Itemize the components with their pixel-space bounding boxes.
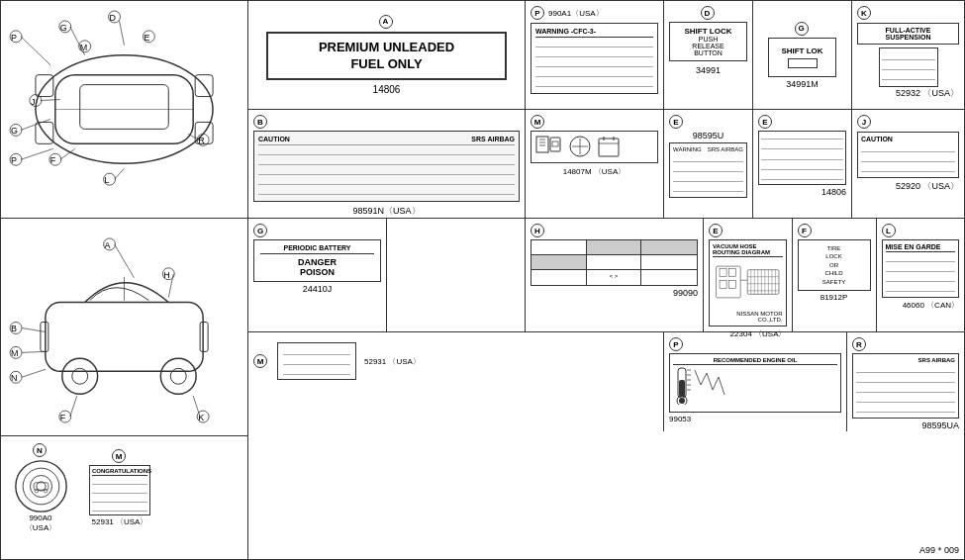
cell-h: H < > 99090 — [526, 219, 704, 331]
svg-rect-45 — [41, 323, 48, 352]
d-number: 34991 — [696, 65, 721, 75]
cell-g2: G PERIODIC BATTERY DANGER POISON 24410J — [248, 219, 387, 331]
badge-p2: P — [669, 337, 683, 351]
e1-number: 98595U — [669, 131, 747, 140]
r-number: 98595UA — [852, 420, 959, 430]
cell-f: F TIRE LOCK OR CHILD SAFETY 81912P — [793, 219, 877, 331]
cell-g1: G SHIFT LOK 34991M — [753, 1, 852, 109]
row4-filler: M 52931 〈USA〉 — [248, 332, 664, 431]
badge-n: N — [33, 443, 47, 457]
premium-unleaded-label: PREMIUM UNLEADED FUEL ONLY — [266, 32, 506, 81]
f-text3: OR — [802, 261, 867, 269]
m2-num: 52931 〈USA〉 — [364, 356, 421, 367]
svg-rect-107 — [679, 380, 685, 397]
warning-cfc-label: WARNING -CFC-3- — [531, 23, 658, 94]
j-caution-label: CAUTION — [857, 132, 959, 178]
row1: A PREMIUM UNLEADED FUEL ONLY 14806 P 990… — [248, 1, 964, 110]
svg-rect-79 — [550, 138, 560, 151]
g2-battery-label: PERIODIC BATTERY DANGER POISON — [253, 239, 381, 282]
badge-m2: M — [112, 449, 126, 463]
f-text4: CHILD — [802, 269, 867, 277]
car-bottom-svg: H A B M N F K — [6, 224, 242, 430]
svg-line-61 — [115, 244, 135, 278]
g2-poison: POISON — [260, 267, 374, 277]
svg-point-41 — [62, 358, 98, 394]
svg-line-66 — [193, 396, 200, 417]
badge-g: G — [795, 22, 809, 36]
svg-point-69 — [23, 468, 59, 505]
e1-srs: SRS AIRBAG — [708, 146, 743, 152]
cell-p1: P 990A1〈USA〉 WARNING -CFC-3- — [526, 1, 664, 109]
badge-e3: E — [709, 224, 723, 237]
badge-m3: M — [253, 354, 267, 368]
l-label: MISE EN GARDE — [882, 239, 960, 298]
m2-sticker — [277, 342, 356, 380]
a-title: PREMIUM UNLEADED — [288, 40, 484, 56]
badge-r: R — [852, 337, 866, 351]
f-text2: LOCK — [802, 252, 867, 260]
badge-l: L — [882, 224, 896, 237]
m-congratulations: CONGRATULATIONS — [89, 465, 150, 515]
j-number: 52920 〈USA〉 — [857, 180, 959, 193]
cell-d: D SHIFT LOCK PUSH RELEASE BUTTON 34991 — [664, 1, 753, 109]
cell-e-vacuum: E VACUUM HOSE ROUTING DIAGRAM — [704, 219, 793, 331]
e1-warning: WARNING — [673, 146, 702, 152]
car-diagram-top: P G D M E J G P — [1, 1, 247, 219]
vacuum-svg — [713, 257, 783, 307]
p2-text: RECOMMENDED ENGINE OIL — [673, 357, 837, 365]
label-n-section: N 990A0 〈USA〉 — [6, 443, 75, 533]
d-title: SHIFT LOCK — [678, 27, 738, 36]
cell-j: J CAUTION 52920 〈USA〉 — [852, 110, 964, 218]
cell-m1: M — [526, 110, 664, 218]
svg-line-64 — [22, 369, 46, 377]
badge-b: B — [253, 115, 267, 129]
svg-line-33 — [41, 100, 60, 101]
e-14805-number: 14806 — [758, 187, 846, 197]
shift-lok-sticker: SHIFT LOK — [768, 38, 835, 77]
f-text5: SAFETY — [802, 278, 867, 286]
p2-number: 99053 — [669, 415, 841, 423]
badge-j: J — [857, 115, 871, 129]
svg-rect-84 — [599, 139, 619, 156]
g1-number: 34991M — [786, 79, 819, 89]
full-active-label: FULL-ACTIVE SUSPENSION — [857, 23, 959, 45]
p2-oil-gauge — [673, 365, 732, 405]
cell-e-14805: E 14806 — [753, 110, 852, 218]
svg-rect-89 — [720, 268, 726, 276]
svg-rect-90 — [728, 268, 735, 276]
cell-empty — [387, 219, 526, 331]
badge-m: M — [531, 115, 544, 129]
cell-p2: P RECOMMENDED ENGINE OIL — [664, 332, 847, 431]
m2-number: 52931 〈USA〉 — [92, 516, 148, 527]
diagram-code: A99＊009 — [919, 544, 959, 557]
p2-label: RECOMMENDED ENGINE OIL — [669, 353, 841, 413]
cell-a: A PREMIUM UNLEADED FUEL ONLY 14806 — [248, 1, 526, 109]
badge-a: A — [379, 15, 393, 29]
b-srs-label: CAUTION SRS AIRBAG — [253, 131, 520, 202]
svg-point-74 — [44, 489, 48, 493]
r-srs-label: SRS AIRBAG — [852, 353, 959, 419]
e1-text: WARNING SRS AIRBAG — [673, 146, 743, 152]
m2-bottom: M 52931 〈USA〉 — [253, 342, 658, 380]
row2: B CAUTION SRS AIRBAG 98591N〈USA〉 — [248, 110, 964, 219]
d-sub3: BUTTON — [678, 49, 738, 56]
svg-rect-91 — [720, 280, 726, 288]
alarm-icon — [14, 459, 68, 513]
m1-sticker — [531, 131, 658, 163]
p1-number: 990A1〈USA〉 — [548, 8, 604, 19]
b-number: 98591N〈USA〉 — [253, 205, 520, 218]
badge-d: D — [701, 6, 715, 20]
a-subtitle: FUEL ONLY — [288, 56, 484, 73]
cell-r: R SRS AIRBAG 98595UA — [847, 332, 964, 431]
d-sub1: PUSH — [678, 36, 738, 43]
svg-rect-93 — [747, 270, 779, 295]
k-text: FULL-ACTIVE SUSPENSION — [886, 27, 931, 41]
g2-title: PERIODIC BATTERY — [260, 244, 374, 254]
f-text1: TIRE — [802, 244, 867, 252]
e1-warning-label: WARNING SRS AIRBAG — [669, 142, 747, 198]
cell-k: K FULL-ACTIVE SUSPENSION 52932 〈USA〉 — [852, 1, 964, 109]
l-text: MISE EN GARDE — [886, 243, 956, 252]
car-diagram-bottom: H A B M N F K — [1, 219, 247, 436]
b-caution: CAUTION — [258, 136, 290, 142]
e2-sub: NISSAN MOTOR CO.,LTD. — [713, 311, 783, 323]
